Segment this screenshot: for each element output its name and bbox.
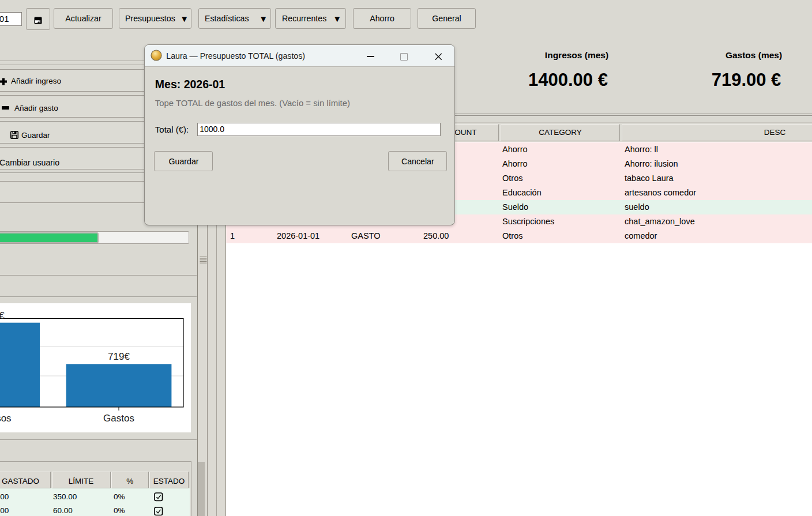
svg-text:719€: 719€: [108, 351, 130, 362]
svg-text:1400€: 1400€: [0, 310, 5, 321]
svg-text:Gastos: Gastos: [103, 413, 134, 424]
svg-text:Ingresos: Ingresos: [0, 413, 12, 424]
